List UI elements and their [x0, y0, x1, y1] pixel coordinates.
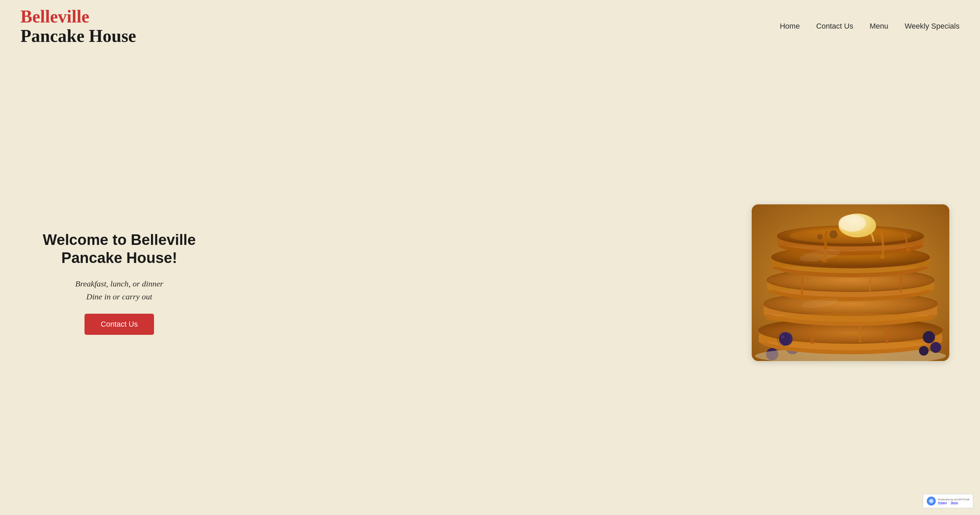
- logo-pancake: Pancake House: [21, 26, 136, 46]
- recaptcha-logo-icon: rC: [926, 496, 936, 506]
- hero-subtitle-line1: Breakfast, lunch, or dinner: [75, 279, 163, 288]
- nav-menu[interactable]: Menu: [870, 22, 888, 31]
- recaptcha-badge: rC Protected by reCAPTCHA Privacy - Term…: [923, 494, 973, 508]
- hero-title: Welcome to Belleville Pancake House!: [34, 231, 204, 267]
- hero-text-block: Welcome to Belleville Pancake House! Bre…: [34, 231, 204, 334]
- recaptcha-terms-link[interactable]: Terms: [950, 501, 958, 504]
- svg-text:rC: rC: [930, 500, 932, 502]
- main-nav: Home Contact Us Menu Weekly Specials: [780, 22, 959, 31]
- recaptcha-text: Protected by reCAPTCHA Privacy - Terms: [938, 498, 969, 504]
- nav-home[interactable]: Home: [780, 22, 800, 31]
- nav-contact[interactable]: Contact Us: [816, 22, 853, 31]
- svg-rect-52: [752, 204, 949, 361]
- recaptcha-label: Protected by reCAPTCHA: [938, 498, 969, 501]
- hero-subtitle: Breakfast, lunch, or dinner Dine in or c…: [75, 277, 163, 304]
- logo-belleville: Belleville: [21, 7, 136, 26]
- nav-weekly-specials[interactable]: Weekly Specials: [905, 22, 959, 31]
- site-logo: Belleville Pancake House: [21, 7, 136, 46]
- hero-subtitle-line2: Dine in or carry out: [86, 292, 152, 301]
- pancake-image: [752, 204, 949, 361]
- hero-section: Welcome to Belleville Pancake House! Bre…: [0, 52, 980, 515]
- hero-image-block: [748, 204, 953, 361]
- contact-us-button[interactable]: Contact Us: [84, 314, 154, 335]
- recaptcha-privacy-link[interactable]: Privacy: [938, 501, 947, 504]
- site-header: Belleville Pancake House Home Contact Us…: [0, 0, 980, 52]
